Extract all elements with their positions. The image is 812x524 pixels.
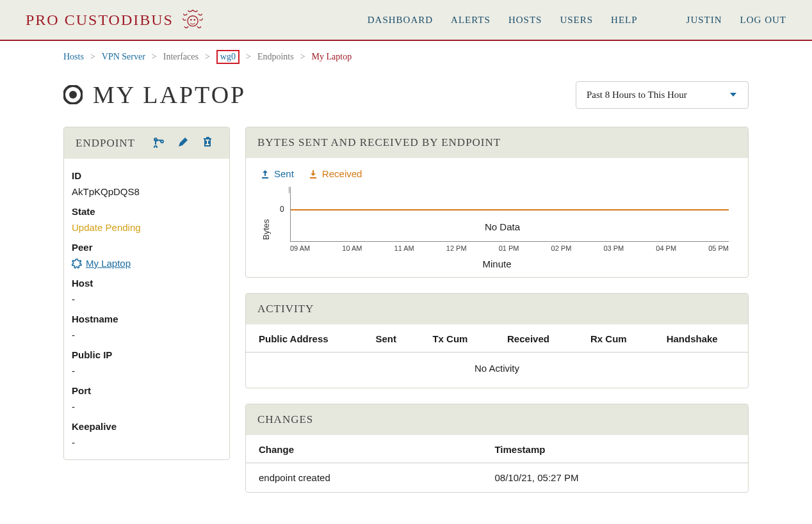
bytes-panel: BYTES SENT AND RECEIVED BY ENDPOINT Sent…: [245, 127, 749, 278]
activity-panel: ACTIVITY Public Address Sent Tx Cum Rece…: [245, 293, 749, 388]
x-tick: 09 AM: [290, 244, 310, 252]
record-icon: [63, 85, 83, 104]
col-public-address: Public Address: [246, 324, 362, 353]
x-tick: 01 PM: [499, 244, 519, 252]
label-id: ID: [72, 170, 222, 181]
nav-dashboard[interactable]: DASHBOARD: [368, 15, 433, 26]
crumb-current: My Laptop: [312, 52, 352, 62]
cell-change: endpoint created: [246, 463, 482, 493]
delete-button[interactable]: [202, 136, 213, 150]
col-timestamp: Timestamp: [482, 435, 748, 463]
no-activity-row: No Activity: [246, 353, 748, 388]
value-host: -: [72, 294, 222, 305]
x-tick: 11 AM: [394, 244, 414, 252]
x-tick: 02 PM: [551, 244, 572, 252]
pencil-icon: [177, 136, 189, 148]
value-peer[interactable]: My Laptop: [72, 258, 222, 269]
label-state: State: [72, 206, 222, 217]
col-change: Change: [246, 435, 482, 463]
col-received: Received: [494, 324, 578, 353]
legend-sent[interactable]: Sent: [260, 168, 294, 179]
changes-panel: CHANGES Change Timestamp endpoint create…: [245, 404, 749, 493]
label-port: Port: [72, 385, 222, 396]
value-hostname: -: [72, 329, 222, 340]
nav-logout[interactable]: LOG OUT: [740, 15, 786, 26]
download-icon: [308, 169, 318, 179]
col-tx-cum: Tx Cum: [419, 324, 494, 353]
page-title-text: MY LAPTOP: [93, 81, 246, 109]
bytes-heading: BYTES SENT AND RECEIVED BY ENDPOINT: [257, 136, 501, 149]
col-sent: Sent: [362, 324, 419, 353]
svg-point-2: [193, 19, 195, 21]
label-keepalive: Keepalive: [72, 421, 222, 432]
tick-zero: 0: [280, 205, 284, 214]
branch-icon: [153, 136, 165, 148]
x-tick: 12 PM: [446, 244, 467, 252]
x-ticks: 09 AM10 AM11 AM12 PM01 PM02 PM03 PM04 PM…: [290, 244, 729, 252]
nav-alerts[interactable]: ALERTS: [451, 15, 491, 26]
nav-user[interactable]: JUSTIN: [686, 15, 722, 26]
label-hostname: Hostname: [72, 314, 222, 324]
col-handshake: Handshake: [654, 324, 748, 353]
cell-timestamp: 08/10/21, 05:27 PM: [482, 463, 748, 493]
brand[interactable]: PRO CUSTODIBUS: [26, 8, 204, 31]
bytes-chart: Bytes 0 No Data 09 AM10 AM11 AM12 PM01 P…: [260, 187, 734, 257]
breadcrumb: Hosts > VPN Server > Interfaces > wg0 > …: [63, 41, 749, 69]
value-port: -: [72, 401, 222, 412]
label-public-ip: Public IP: [72, 349, 222, 360]
col-rx-cum: Rx Cum: [578, 324, 654, 353]
crumb-interfaces: Interfaces: [163, 52, 199, 62]
nav-help[interactable]: HELP: [611, 15, 638, 26]
plot-box: [290, 187, 729, 242]
trash-icon: [202, 136, 213, 148]
nav-users[interactable]: USERS: [560, 15, 593, 26]
chart-legend: Sent Received: [260, 168, 734, 179]
edit-button[interactable]: [177, 136, 189, 150]
nav-hosts[interactable]: HOSTS: [508, 15, 542, 26]
activity-table: Public Address Sent Tx Cum Received Rx C…: [246, 324, 748, 388]
x-axis-label: Minute: [260, 258, 734, 269]
no-data-text: No Data: [485, 221, 520, 232]
brand-text: PRO CUSTODIBUS: [26, 12, 174, 29]
x-tick: 04 PM: [656, 244, 676, 252]
changes-heading: CHANGES: [257, 413, 313, 426]
svg-point-4: [69, 91, 77, 99]
endpoint-heading: ENDPOINT: [76, 137, 135, 150]
table-row: endpoint created08/10/21, 05:27 PM: [246, 463, 748, 493]
value-keepalive: -: [72, 437, 222, 448]
crumb-wg0[interactable]: wg0: [216, 50, 240, 64]
x-tick: 03 PM: [603, 244, 624, 252]
crumb-vpn-server[interactable]: VPN Server: [102, 52, 145, 62]
upload-icon: [260, 169, 270, 179]
activity-heading: ACTIVITY: [257, 303, 314, 315]
label-peer: Peer: [72, 242, 222, 253]
y-axis-label: Bytes: [260, 187, 271, 257]
time-range-select[interactable]: Past 8 Hours to This Hour: [576, 81, 749, 109]
page-title: MY LAPTOP: [63, 81, 246, 109]
crumb-endpoints: Endpoints: [257, 52, 294, 62]
main-nav: DASHBOARD ALERTS HOSTS USERS HELP JUSTIN…: [368, 15, 786, 26]
legend-received[interactable]: Received: [308, 168, 362, 179]
endpoint-panel: ENDPOINT ID AkTpK: [63, 127, 230, 460]
branch-button[interactable]: [153, 136, 165, 150]
x-tick: 05 PM: [708, 244, 729, 252]
medusa-icon: [181, 8, 204, 31]
changes-table: Change Timestamp endpoint created08/10/2…: [246, 435, 748, 492]
gear-icon: [72, 258, 82, 269]
x-tick: 10 AM: [342, 244, 362, 252]
crumb-hosts[interactable]: Hosts: [63, 52, 84, 62]
zero-line: [291, 209, 729, 210]
value-public-ip: -: [72, 365, 222, 376]
svg-point-1: [190, 19, 192, 21]
svg-point-0: [188, 16, 198, 26]
value-state: Update Pending: [72, 222, 222, 233]
header: PRO CUSTODIBUS DASHBOARD ALERTS HOSTS US…: [0, 0, 812, 41]
label-host: Host: [72, 278, 222, 289]
value-id: AkTpKQpDQS8: [72, 186, 222, 197]
